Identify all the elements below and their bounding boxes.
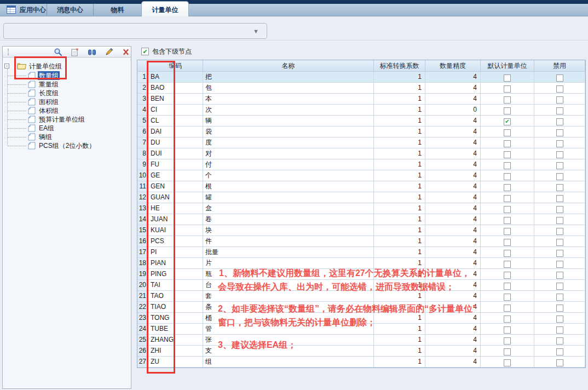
- name-cell[interactable]: 张: [203, 335, 374, 346]
- code-cell[interactable]: PI: [148, 247, 203, 258]
- disabled-checkbox[interactable]: [556, 272, 563, 279]
- code-cell[interactable]: BEN: [148, 94, 203, 105]
- factor-cell[interactable]: 1: [374, 203, 425, 214]
- name-cell[interactable]: 对: [203, 148, 374, 159]
- precision-cell[interactable]: 4: [425, 170, 481, 181]
- table-row[interactable]: 17PI批量14: [137, 247, 585, 258]
- row-number-cell[interactable]: 9: [137, 159, 148, 170]
- code-cell[interactable]: PCS: [148, 236, 203, 247]
- header-col-1[interactable]: 编码: [148, 60, 203, 72]
- disabled-checkbox[interactable]: [556, 206, 563, 213]
- row-number-cell[interactable]: 3: [137, 94, 148, 105]
- disabled-checkbox[interactable]: [556, 184, 563, 191]
- code-cell[interactable]: ZU: [148, 357, 203, 368]
- precision-cell[interactable]: 4: [425, 192, 481, 203]
- table-row[interactable]: 5CL辆14✔: [137, 116, 585, 127]
- table-row[interactable]: 25ZHANG张14: [137, 335, 585, 346]
- precision-cell[interactable]: 4: [425, 181, 481, 192]
- disabled-checkbox[interactable]: [556, 85, 563, 93]
- default-unit-checkbox[interactable]: [504, 195, 511, 202]
- row-number-cell[interactable]: 12: [137, 192, 148, 203]
- name-cell[interactable]: 支: [203, 346, 374, 357]
- row-number-cell[interactable]: 2: [137, 83, 148, 94]
- factor-cell[interactable]: 1: [374, 116, 425, 127]
- row-number-cell[interactable]: 20: [137, 280, 148, 291]
- default-unit-checkbox[interactable]: [504, 129, 511, 136]
- disabled-checkbox[interactable]: [556, 294, 563, 301]
- default-unit-checkbox[interactable]: [504, 217, 511, 224]
- disabled-checkbox[interactable]: [556, 305, 563, 312]
- default-unit-checkbox[interactable]: [504, 107, 511, 114]
- precision-cell[interactable]: 4: [425, 214, 481, 225]
- name-cell[interactable]: 个: [203, 170, 374, 181]
- disabled-checkbox[interactable]: [556, 107, 563, 114]
- default-unit-checkbox[interactable]: [504, 85, 511, 93]
- row-number-cell[interactable]: 1: [137, 72, 148, 83]
- default-unit-checkbox[interactable]: [504, 261, 511, 268]
- tab-measurement-unit[interactable]: 计量单位: [141, 1, 189, 16]
- header-col-6[interactable]: 禁用: [534, 60, 585, 72]
- code-cell[interactable]: TIAO: [148, 302, 203, 313]
- table-row[interactable]: 9FU付14: [137, 159, 585, 170]
- table-row[interactable]: 6DAI袋14: [137, 127, 585, 137]
- table-row[interactable]: 18PIAN片14: [137, 258, 585, 269]
- precision-cell[interactable]: 4: [425, 324, 481, 335]
- factor-cell[interactable]: 1: [374, 236, 425, 247]
- disabled-checkbox[interactable]: [556, 261, 563, 268]
- table-row[interactable]: 8DUI对14: [137, 148, 585, 159]
- tree-root-unit-group[interactable]: - 计量单位组: [3, 61, 131, 71]
- factor-cell[interactable]: 1: [374, 225, 425, 236]
- precision-cell[interactable]: 4: [425, 357, 481, 368]
- name-cell[interactable]: 片: [203, 258, 374, 269]
- tree-item-4[interactable]: 面积组: [3, 97, 131, 106]
- table-row[interactable]: 4CI次10: [137, 105, 585, 116]
- precision-cell[interactable]: 4: [425, 137, 481, 148]
- name-cell[interactable]: 次: [203, 105, 374, 116]
- delete-icon[interactable]: [121, 47, 131, 57]
- factor-cell[interactable]: 1: [374, 313, 425, 324]
- header-col-2[interactable]: 名称: [203, 60, 374, 72]
- precision-cell[interactable]: 4: [425, 258, 481, 269]
- row-number-cell[interactable]: 13: [137, 203, 148, 214]
- code-cell[interactable]: GE: [148, 170, 203, 181]
- disabled-checkbox[interactable]: [556, 239, 563, 246]
- tree-item-7[interactable]: EA组: [3, 124, 131, 133]
- factor-cell[interactable]: 1: [374, 148, 425, 159]
- code-cell[interactable]: TUBE: [148, 324, 203, 335]
- table-row[interactable]: 12GUAN罐14: [137, 192, 585, 203]
- name-cell[interactable]: 罐: [203, 192, 374, 203]
- precision-cell[interactable]: 4: [425, 269, 481, 280]
- filter-dropdown[interactable]: ▼: [3, 23, 267, 39]
- tree-item-3[interactable]: 长度组: [3, 89, 131, 97]
- precision-cell[interactable]: 4: [425, 291, 481, 302]
- factor-cell[interactable]: 1: [374, 291, 425, 302]
- table-row[interactable]: 10GE个14: [137, 170, 585, 181]
- disabled-checkbox[interactable]: [556, 195, 563, 202]
- precision-cell[interactable]: 4: [425, 236, 481, 247]
- name-cell[interactable]: 桶: [203, 313, 374, 324]
- table-row[interactable]: 19PING瓶14: [137, 269, 585, 280]
- name-cell[interactable]: 袋: [203, 127, 374, 137]
- row-number-cell[interactable]: 6: [137, 127, 148, 137]
- name-cell[interactable]: 包: [203, 83, 374, 94]
- name-cell[interactable]: 卷: [203, 214, 374, 225]
- table-row[interactable]: 11GEN根14: [137, 181, 585, 192]
- name-cell[interactable]: 批量: [203, 247, 374, 258]
- disabled-checkbox[interactable]: [556, 283, 563, 290]
- factor-cell[interactable]: 1: [374, 357, 425, 368]
- precision-cell[interactable]: 4: [425, 83, 481, 94]
- factor-cell[interactable]: 1: [374, 83, 425, 94]
- new-node-icon[interactable]: ✳: [70, 47, 80, 57]
- disabled-checkbox[interactable]: [556, 162, 563, 169]
- row-number-cell[interactable]: 8: [137, 148, 148, 159]
- table-row[interactable]: 14JUAN卷14: [137, 214, 585, 225]
- default-unit-checkbox[interactable]: [504, 305, 511, 312]
- factor-cell[interactable]: 1: [374, 159, 425, 170]
- precision-cell[interactable]: 4: [425, 302, 481, 313]
- disabled-checkbox[interactable]: [556, 228, 563, 235]
- disabled-checkbox[interactable]: [556, 250, 563, 257]
- table-row[interactable]: 27ZU组14: [137, 357, 585, 368]
- default-unit-checkbox[interactable]: [504, 206, 511, 213]
- tab-message-center[interactable]: 消息中心: [47, 4, 94, 16]
- code-cell[interactable]: HE: [148, 203, 203, 214]
